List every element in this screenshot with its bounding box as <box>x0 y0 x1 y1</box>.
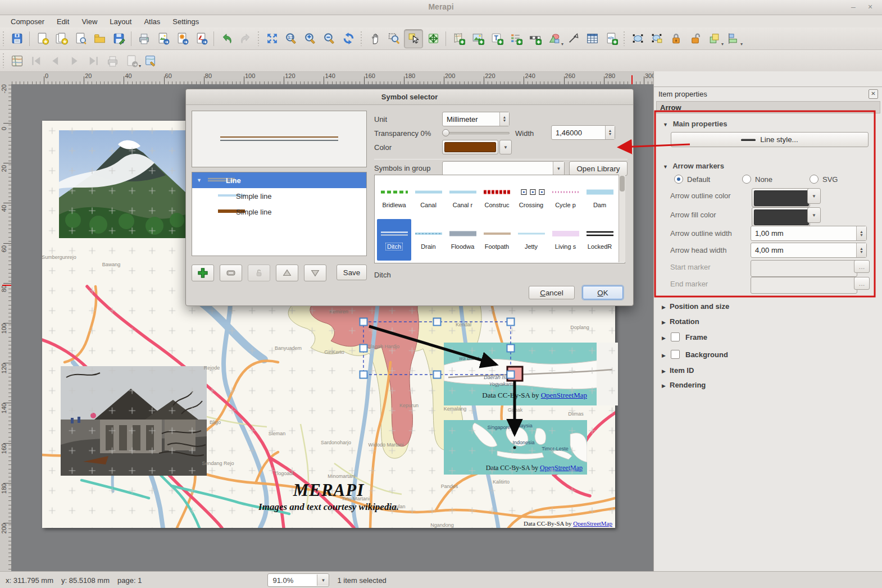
section-checkbox[interactable] <box>671 350 680 359</box>
dropdown-arrow-icon[interactable]: ▾ <box>740 42 743 47</box>
pan-button[interactable] <box>366 30 384 48</box>
first-feature-button[interactable] <box>27 52 45 70</box>
add-image-button[interactable] <box>469 30 487 48</box>
panel-close-icon[interactable]: ✕ <box>869 89 878 99</box>
move-layer-up-button[interactable] <box>276 265 298 281</box>
last-feature-button[interactable] <box>84 52 102 70</box>
section-rendering[interactable]: ▶Rendering <box>662 381 706 389</box>
osm-link[interactable]: OpenStreetMap <box>541 391 587 399</box>
symbol-canal[interactable]: Canal <box>411 177 445 219</box>
section-rotation[interactable]: ▶Rotation <box>662 317 699 326</box>
add-symbol-layer-button[interactable] <box>192 265 214 281</box>
line-style-button[interactable]: Line style... <box>671 132 869 147</box>
align-items-button[interactable]: ▾ <box>724 30 742 48</box>
toolbar-handle[interactable] <box>257 31 261 46</box>
add-table-button[interactable] <box>583 30 601 48</box>
menu-atlas[interactable]: Atlas <box>139 16 165 27</box>
lock-items-button[interactable] <box>667 30 685 48</box>
duplicate-composition-button[interactable] <box>52 30 70 48</box>
add-html-button[interactable]: </> <box>602 30 620 48</box>
spinner-arrows-icon[interactable]: ▲▼ <box>856 226 866 240</box>
save-button[interactable] <box>8 30 26 48</box>
color-button[interactable] <box>442 140 498 154</box>
tree-item-simple-line[interactable]: Simple line <box>192 188 366 204</box>
toolbar-handle[interactable] <box>2 31 6 46</box>
symbol-crossing[interactable]: Crossing <box>514 177 548 219</box>
arrow-outline-color-button[interactable] <box>752 188 810 207</box>
open-library-button[interactable]: Open Library <box>569 161 628 176</box>
arrow-fill-color-button[interactable] <box>752 207 810 226</box>
preview-atlas-button[interactable] <box>8 52 26 70</box>
symbol-dam[interactable]: Dam <box>583 177 617 219</box>
zoom-in-button[interactable] <box>301 30 319 48</box>
composer-manager-button[interactable] <box>71 30 89 48</box>
zoom-level-select[interactable]: 91.0%▼ <box>267 573 329 587</box>
menu-view[interactable]: View <box>76 16 102 27</box>
save-template-button[interactable] <box>110 30 128 48</box>
add-scalebar-button[interactable] <box>526 30 544 48</box>
add-label-button[interactable]: T <box>488 30 506 48</box>
inset-map-indonesia[interactable]: Data CC-By-SA by OpenStreetMap Singapore… <box>444 420 587 475</box>
atlas-settings-button[interactable] <box>142 52 160 70</box>
section-checkbox[interactable] <box>671 332 680 341</box>
symbol-cycle-p[interactable]: Cycle p <box>548 177 583 219</box>
unit-select[interactable]: Millimeter▲▼ <box>442 112 510 126</box>
symbol-drain[interactable]: Drain <box>411 219 445 261</box>
symbol-jetty[interactable]: Jetty <box>514 219 548 261</box>
symbol-construc[interactable]: Construc <box>480 177 514 219</box>
dropdown-arrow-icon[interactable]: ▾ <box>721 42 724 47</box>
toolbar-handle[interactable] <box>622 31 626 46</box>
lock-symbol-layer-button[interactable] <box>248 265 270 281</box>
ok-button[interactable]: OK <box>583 286 623 299</box>
symbol-bridlewa[interactable]: Bridlewa <box>377 177 411 219</box>
transparency-slider[interactable] <box>443 132 510 134</box>
destroyed-house-photo[interactable] <box>61 366 207 476</box>
save-symbol-button[interactable]: Save <box>337 265 367 280</box>
chevron-down-icon[interactable]: ▼ <box>317 575 329 586</box>
add-arrow-button[interactable] <box>564 30 582 48</box>
redo-button[interactable] <box>237 30 254 48</box>
symbol-footpath[interactable]: Footpath <box>480 219 514 261</box>
add-map-button[interactable] <box>449 30 467 48</box>
inset-map-java[interactable]: Data CC-By-SA by OpenStreetMap wa BaratD… <box>444 343 618 405</box>
main-properties-group[interactable]: ▼ Main properties <box>663 120 727 128</box>
zoom-full-button[interactable] <box>263 30 281 48</box>
add-shape-button[interactable]: ▾ <box>545 30 563 48</box>
map-title-block[interactable]: MERAPI Images and text courtesy wikipedi… <box>242 480 416 513</box>
section-frame[interactable]: ▶Frame <box>662 332 707 341</box>
minimize-button[interactable]: – <box>847 2 860 12</box>
zoom-out-button[interactable] <box>320 30 338 48</box>
menu-layout[interactable]: Layout <box>104 16 137 27</box>
width-input[interactable]: 1,46000▲▼ <box>551 125 615 140</box>
next-feature-button[interactable] <box>65 52 83 70</box>
refresh-button[interactable] <box>339 30 357 48</box>
ungroup-items-button[interactable] <box>648 30 666 48</box>
select-move-item-button[interactable] <box>404 29 423 48</box>
previous-feature-button[interactable] <box>46 52 64 70</box>
section-position-and-size[interactable]: ▶Position and size <box>662 302 729 311</box>
symbols-group-select[interactable]: ▼ <box>442 161 565 176</box>
outline-color-dropdown[interactable]: ▼ <box>807 188 821 204</box>
symbol-living-s[interactable]: Living s <box>548 219 583 261</box>
menu-composer[interactable]: Composer <box>6 16 49 27</box>
osm-link[interactable]: OpenStreetMap <box>540 464 583 472</box>
print-atlas-button[interactable] <box>103 52 121 70</box>
export-image-button[interactable] <box>154 30 172 48</box>
end-marker-browse-button[interactable]: ... <box>854 277 870 290</box>
zoom-1-1-button[interactable]: 1:1 <box>282 30 300 48</box>
spinner-arrows-icon[interactable]: ▲▼ <box>499 112 509 126</box>
unlock-items-button[interactable] <box>686 30 704 48</box>
transparency-slider-knob[interactable] <box>442 129 449 136</box>
marker-none-radio[interactable]: None <box>742 175 772 184</box>
dropdown-arrow-icon[interactable]: ▾ <box>139 63 141 69</box>
cancel-button[interactable]: Cancel <box>529 286 575 299</box>
new-composition-button[interactable] <box>33 30 51 48</box>
open-template-button[interactable] <box>90 30 108 48</box>
tree-item-line[interactable]: ▼ Line <box>192 172 366 188</box>
volcano-photo[interactable] <box>59 130 185 238</box>
fill-color-dropdown[interactable]: ▼ <box>807 207 821 223</box>
toolbar-handle[interactable] <box>360 31 363 46</box>
symbol-grid-scrollbar[interactable] <box>619 175 625 262</box>
dropdown-arrow-icon[interactable]: ▾ <box>561 42 563 47</box>
color-dropdown[interactable]: ▼ <box>499 140 512 154</box>
